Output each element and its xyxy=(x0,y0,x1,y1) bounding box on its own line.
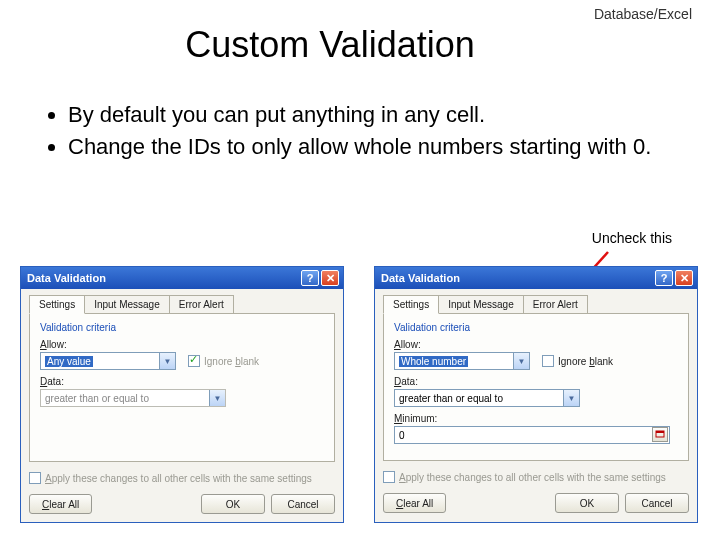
dialog-title: Data Validation xyxy=(381,272,460,284)
data-select[interactable]: greater than or equal to ▼ xyxy=(394,389,580,407)
dialog-titlebar: Data Validation ? ✕ xyxy=(375,267,697,289)
minimum-label: Minimum: xyxy=(394,413,678,424)
data-select: greater than or equal to ▼ xyxy=(40,389,226,407)
dialog-title: Data Validation xyxy=(27,272,106,284)
cancel-button[interactable]: Cancel xyxy=(625,493,689,513)
bullet-item: By default you can put anything in any c… xyxy=(68,100,720,130)
tab-body: Validation criteria Allow: Whole number … xyxy=(383,313,689,461)
section-label: Validation criteria xyxy=(394,322,678,333)
clear-all-button[interactable]: Clear All xyxy=(383,493,446,513)
help-icon[interactable]: ? xyxy=(655,270,673,286)
range-picker-icon[interactable] xyxy=(652,427,668,442)
tab-settings[interactable]: Settings xyxy=(29,295,85,314)
header-context: Database/Excel xyxy=(594,6,692,22)
tab-error-alert[interactable]: Error Alert xyxy=(169,295,234,314)
apply-all-checkbox: Apply these changes to all other cells w… xyxy=(29,470,335,486)
dialog-titlebar: Data Validation ? ✕ xyxy=(21,267,343,289)
allow-label: Allow: xyxy=(394,339,678,350)
clear-all-button[interactable]: Clear All xyxy=(29,494,92,514)
help-icon[interactable]: ? xyxy=(301,270,319,286)
tab-input-message[interactable]: Input Message xyxy=(438,295,524,314)
close-icon[interactable]: ✕ xyxy=(321,270,339,286)
cancel-button[interactable]: Cancel xyxy=(271,494,335,514)
tab-settings[interactable]: Settings xyxy=(383,295,439,314)
section-label: Validation criteria xyxy=(40,322,324,333)
tab-input-message[interactable]: Input Message xyxy=(84,295,170,314)
dialog-tabs: Settings Input Message Error Alert xyxy=(383,295,697,314)
bullet-item: Change the IDs to only allow whole numbe… xyxy=(68,132,720,162)
chevron-down-icon: ▼ xyxy=(159,353,175,369)
data-validation-dialog-after: Data Validation ? ✕ Settings Input Messa… xyxy=(374,266,698,523)
data-label: Data: xyxy=(394,376,678,387)
data-validation-dialog-before: Data Validation ? ✕ Settings Input Messa… xyxy=(20,266,344,523)
apply-all-checkbox: Apply these changes to all other cells w… xyxy=(383,469,689,485)
chevron-down-icon: ▼ xyxy=(513,353,529,369)
close-icon[interactable]: ✕ xyxy=(675,270,693,286)
chevron-down-icon: ▼ xyxy=(209,390,225,406)
ignore-blank-checkbox[interactable]: Ignore blank xyxy=(188,355,259,367)
ok-button[interactable]: OK xyxy=(201,494,265,514)
chevron-down-icon: ▼ xyxy=(563,390,579,406)
svg-rect-2 xyxy=(656,431,664,433)
allow-select[interactable]: Whole number ▼ xyxy=(394,352,530,370)
allow-label: Allow: xyxy=(40,339,324,350)
tab-error-alert[interactable]: Error Alert xyxy=(523,295,588,314)
annotation-uncheck: Uncheck this xyxy=(592,230,672,246)
ignore-blank-checkbox[interactable]: Ignore blank xyxy=(542,355,613,367)
bullet-list: By default you can put anything in any c… xyxy=(28,100,720,161)
allow-select[interactable]: Any value ▼ xyxy=(40,352,176,370)
tab-body: Validation criteria Allow: Any value ▼ I… xyxy=(29,313,335,462)
ok-button[interactable]: OK xyxy=(555,493,619,513)
page-title: Custom Validation xyxy=(0,24,720,66)
dialog-tabs: Settings Input Message Error Alert xyxy=(29,295,343,314)
data-label: Data: xyxy=(40,376,324,387)
minimum-input[interactable]: 0 xyxy=(394,426,670,444)
